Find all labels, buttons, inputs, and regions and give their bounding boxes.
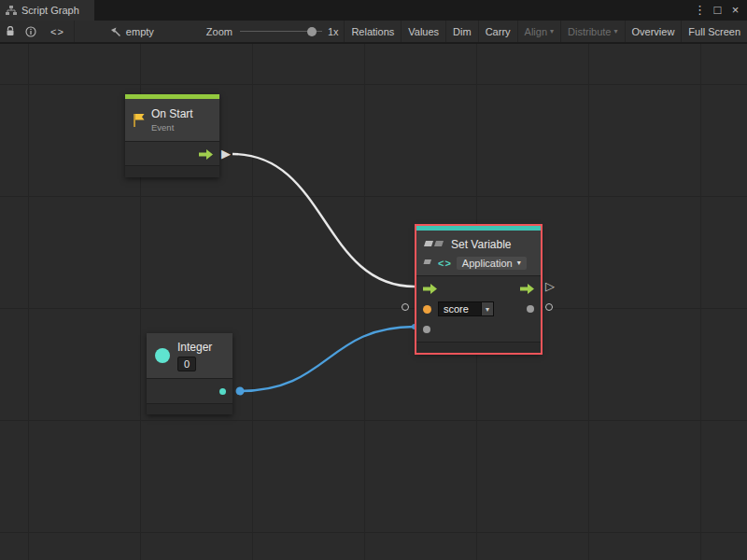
chevron-down-icon: ▾	[481, 301, 494, 316]
wire-value-start-dot[interactable]	[236, 387, 245, 396]
node-subtitle: Event	[151, 122, 193, 133]
chevron-down-icon: ▾	[550, 28, 554, 35]
info-button[interactable]	[21, 21, 41, 42]
node-integer[interactable]: Integer 0	[147, 333, 233, 414]
full-screen-button[interactable]: Full Screen	[681, 21, 747, 42]
distribute-button[interactable]: Distribute ▾	[560, 21, 624, 42]
selection-breadcrumb[interactable]: empty	[103, 26, 162, 37]
value-output-port[interactable]	[527, 305, 534, 313]
wire-value[interactable]	[240, 327, 415, 391]
window-menu-icon[interactable]: ⋮	[691, 0, 709, 21]
value-input-port[interactable]	[423, 326, 430, 333]
exec-port-row	[423, 278, 534, 299]
carry-button[interactable]: Carry	[478, 21, 517, 42]
zoom-slider-thumb[interactable]	[307, 27, 317, 36]
scope-icon	[423, 258, 433, 269]
integer-header: Integer 0	[147, 333, 233, 378]
set-variable-title-row: Set Variable	[423, 236, 534, 252]
variables-icon	[423, 239, 445, 250]
integer-type-icon	[155, 348, 170, 363]
flag-icon	[133, 113, 145, 128]
variable-name-row: score ▾	[423, 299, 534, 319]
graph-icon	[6, 6, 17, 16]
close-icon[interactable]: ×	[726, 0, 744, 21]
integer-value-field[interactable]: 0	[177, 357, 196, 371]
wire-exec[interactable]	[233, 154, 415, 287]
integer-output-port[interactable]	[219, 388, 226, 395]
window-titlebar: Script Graph ⋮ □ ×	[0, 0, 747, 21]
exec-connector-triangle[interactable]: ▶	[221, 147, 231, 160]
unity-visual-scripting-window: { "window": { "tab_title": "Script Graph…	[0, 0, 747, 560]
on-start-titles: On Start Event	[151, 107, 193, 133]
exec-output-port[interactable]	[199, 149, 213, 160]
exec-input-port[interactable]	[423, 284, 437, 294]
exec-output-port[interactable]	[520, 284, 534, 294]
values-button[interactable]: Values	[401, 21, 445, 42]
variable-name-dropdown[interactable]: score ▾	[438, 301, 494, 316]
wires-layer	[0, 44, 747, 560]
lock-button[interactable]	[0, 21, 21, 42]
integer-fields: Integer 0	[177, 341, 212, 371]
selection-label: empty	[126, 26, 154, 37]
variable-scope-dropdown[interactable]: Application ▾	[457, 257, 527, 270]
info-icon	[25, 26, 36, 37]
node-title: On Start	[151, 107, 193, 120]
toolbar-separator	[74, 21, 75, 42]
on-start-ports	[125, 141, 219, 165]
variable-name-value: score	[438, 301, 481, 316]
set-variable-scope-row: <> Application ▾	[423, 255, 534, 271]
scope-value: Application	[462, 258, 513, 269]
relations-button[interactable]: Relations	[344, 21, 401, 42]
code-preview-toggle[interactable]: <>	[41, 26, 74, 37]
integer-ports	[147, 378, 233, 403]
on-start-header: On Start Event	[125, 99, 219, 141]
zoom-value: 1x	[328, 26, 339, 37]
variable-name-input-port[interactable]	[423, 305, 431, 314]
node-set-variable[interactable]: Set Variable <> Application ▾	[416, 226, 541, 353]
dim-button[interactable]: Dim	[445, 21, 478, 42]
tab-title: Script Graph	[21, 5, 79, 16]
angle-brackets-icon: <>	[438, 258, 452, 269]
align-button[interactable]: Align ▾	[517, 21, 560, 42]
toolbar-buttons: Relations Values Dim Carry Align ▾ Distr…	[344, 21, 747, 42]
input-hollow-circle[interactable]	[402, 303, 409, 311]
graph-canvas[interactable]: On Start Event ▶ Set Variable	[0, 44, 747, 560]
chevron-down-icon: ▾	[517, 259, 521, 267]
lock-icon	[6, 26, 15, 36]
chevron-down-icon: ▾	[614, 28, 618, 35]
on-start-footer	[125, 165, 219, 177]
output-hollow-circle[interactable]	[545, 303, 553, 311]
window-controls: ⋮ □ ×	[691, 0, 747, 21]
zoom-label: Zoom	[206, 26, 233, 37]
graph-toolbar: <> empty Zoom 1x Relations Values Dim Ca…	[0, 21, 747, 43]
zoom-slider[interactable]	[240, 21, 322, 43]
integer-footer	[147, 403, 233, 414]
node-title: Integer	[177, 341, 212, 354]
node-on-start[interactable]: On Start Event	[125, 94, 219, 177]
value-input-row	[423, 319, 534, 340]
set-variable-footer	[416, 342, 541, 353]
overview-button[interactable]: Overview	[625, 21, 682, 42]
cursor-icon	[110, 26, 121, 37]
node-title: Set Variable	[451, 238, 511, 251]
tab-script-graph[interactable]: Script Graph	[0, 0, 94, 21]
set-variable-header: Set Variable <> Application ▾	[416, 231, 541, 275]
exec-out-hollow-triangle[interactable]: ▷	[545, 280, 555, 292]
set-variable-ports: score ▾	[416, 275, 541, 342]
maximize-icon[interactable]: □	[709, 0, 726, 21]
